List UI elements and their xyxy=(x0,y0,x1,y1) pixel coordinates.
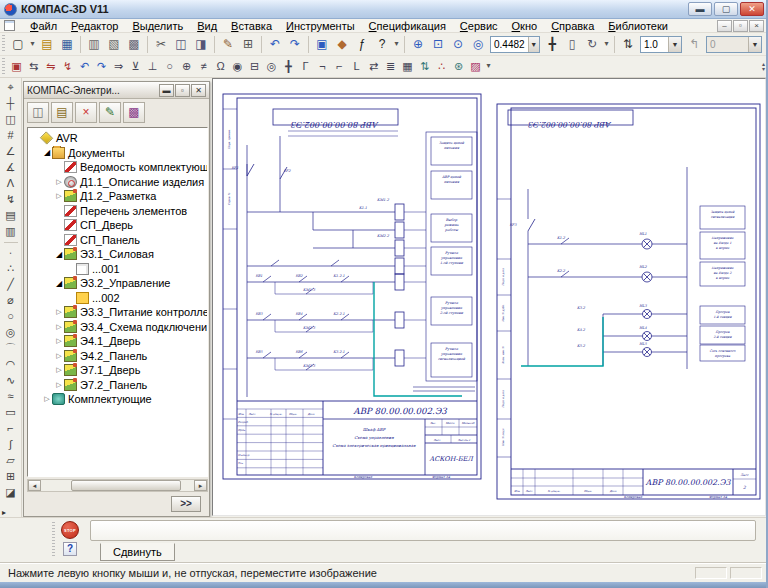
property-help-button[interactable]: ? xyxy=(63,542,77,556)
menu-Спецификация[interactable]: Спецификация xyxy=(362,19,453,33)
component-properties-icon[interactable]: ▣ xyxy=(8,58,25,75)
hatch-icon[interactable]: ▨ xyxy=(467,58,484,75)
menu-Справка[interactable]: Справка xyxy=(544,19,601,33)
overflow-arrow-icon[interactable]: ▾ xyxy=(392,35,401,54)
redo-icon[interactable]: ↷ xyxy=(93,58,110,75)
circle-tool-icon[interactable]: ○ xyxy=(2,309,20,325)
no-connect-icon[interactable]: ≠ xyxy=(195,58,212,75)
pan-icon[interactable]: ╋ xyxy=(542,35,562,54)
insert-wire-icon[interactable]: ⇆ xyxy=(25,58,42,75)
menu-Вид[interactable]: Вид xyxy=(190,19,224,33)
polyline-wire-icon[interactable]: ⌐ xyxy=(331,58,348,75)
spline-tool-icon[interactable]: ∿ xyxy=(2,373,20,389)
toolbar-options-arrows[interactable]: ▴▾ xyxy=(762,62,768,72)
tree-expander-icon[interactable]: ▷ xyxy=(54,308,64,316)
break-icon[interactable]: ⊻ xyxy=(127,58,144,75)
open-folder-icon[interactable]: ▤ xyxy=(51,102,73,123)
parallelogram-tool-icon[interactable]: ▱ xyxy=(2,453,20,469)
cut-icon[interactable]: ✂ xyxy=(151,35,171,54)
tree-expander-icon[interactable]: ▷ xyxy=(54,178,64,186)
tree-expander-icon[interactable]: ▷ xyxy=(54,381,64,389)
tree-item-...001[interactable]: ...001 xyxy=(28,262,207,277)
combo-dropdown-icon[interactable]: ▼ xyxy=(748,37,761,52)
lightning-icon[interactable]: ↯ xyxy=(2,192,20,208)
add-document-icon[interactable]: ◫ xyxy=(27,102,49,123)
insert-cable-icon[interactable]: ⇋ xyxy=(42,58,59,75)
tree-expander-icon[interactable]: ▷ xyxy=(54,323,64,331)
tree-item-Э3.3_Питание-контроллера[interactable]: ▷Э3.3_Питание контроллера xyxy=(28,305,207,320)
panel-close-button[interactable]: ✕ xyxy=(191,84,206,97)
line-tool-icon[interactable]: ╱ xyxy=(2,277,20,293)
cross-wire-icon[interactable]: ╋ xyxy=(280,58,297,75)
tree-item-Ведомость-комплектующих-ПГ[interactable]: Ведомость комплектующих ПГ xyxy=(28,160,207,175)
mdi-restore-button[interactable]: ▫ xyxy=(733,20,748,32)
connector-icon[interactable]: ◎ xyxy=(263,58,280,75)
copy-icon[interactable]: ◫ xyxy=(171,35,191,54)
polyline-tool-icon[interactable]: ⌐ xyxy=(2,421,20,437)
toolbar-expand-arrow[interactable]: ▸ xyxy=(2,508,6,517)
angle-icon[interactable]: ∠ xyxy=(2,144,20,160)
swap-icon[interactable]: ⇄ xyxy=(365,58,382,75)
zoom-in-icon[interactable]: ⊕ xyxy=(408,35,428,54)
points-tool-icon[interactable]: ∴ xyxy=(2,261,20,277)
rectangle-tool-icon[interactable]: ▭ xyxy=(2,405,20,421)
dots-icon[interactable]: ∴ xyxy=(433,58,450,75)
ground-icon[interactable]: ⊥ xyxy=(144,58,161,75)
delete-wire-icon[interactable]: ↯ xyxy=(59,58,76,75)
tree-item-Э7.1_Дверь[interactable]: ▷Э7.1_Дверь xyxy=(28,363,207,378)
tree-expander-icon[interactable]: ▷ xyxy=(54,192,64,200)
tree-item-СП_Дверь[interactable]: СП_Дверь xyxy=(28,218,207,233)
mdi-minimize-button[interactable]: – xyxy=(717,20,732,32)
print-icon[interactable]: ▥ xyxy=(84,35,104,54)
redo-icon[interactable]: ↷ xyxy=(285,35,305,54)
resistor-icon[interactable]: Ω xyxy=(212,58,229,75)
layer-value-combo[interactable]: 0▼ xyxy=(706,36,762,53)
undo-icon[interactable]: ↶ xyxy=(76,58,93,75)
junction-icon[interactable]: ⊕ xyxy=(178,58,195,75)
edit-document-icon[interactable]: ✎ xyxy=(99,102,121,123)
updown-icon[interactable]: ⇅ xyxy=(416,58,433,75)
open-document-icon[interactable]: ▤ xyxy=(37,35,57,54)
new-document-icon[interactable]: ▢ xyxy=(8,35,28,54)
corner-wire-icon[interactable]: ¬ xyxy=(314,58,331,75)
rotate-icon[interactable]: ⊛ xyxy=(450,58,467,75)
menu-Инструменты[interactable]: Инструменты xyxy=(279,19,362,33)
scroll-left-arrow[interactable]: ◂ xyxy=(28,480,41,491)
panel-collapse-button[interactable]: ▬ xyxy=(159,84,174,97)
tree-item-Э3.1_Силовая[interactable]: ◢Э3.1_Силовая xyxy=(28,247,207,262)
table-icon[interactable]: ▦ xyxy=(399,58,416,75)
menu-Сервис[interactable]: Сервис xyxy=(453,19,505,33)
panel-more-button[interactable]: >> xyxy=(171,496,201,512)
menu-Редактор[interactable]: Редактор xyxy=(64,19,125,33)
maximize-button[interactable]: ▢ xyxy=(714,2,738,16)
tree-expander-icon[interactable]: ◢ xyxy=(42,148,52,157)
print-area-icon[interactable]: ▥ xyxy=(2,224,20,240)
snap-icon[interactable]: ◫ xyxy=(2,112,20,128)
refresh-view-icon[interactable]: ▯ xyxy=(562,35,582,54)
tree-item-Документы[interactable]: ◢Документы xyxy=(28,146,207,161)
save-icon[interactable]: ▦ xyxy=(57,35,77,54)
context-help-icon[interactable]: ? xyxy=(372,35,392,54)
tree-expander-icon[interactable]: ▷ xyxy=(54,352,64,360)
fx-icon[interactable]: ƒ xyxy=(352,35,372,54)
panel-icon[interactable]: ▤ xyxy=(2,208,20,224)
pointer-icon[interactable]: ⌖ xyxy=(2,80,20,96)
point-tool-icon[interactable]: ∙ xyxy=(2,245,20,261)
wave-tool-icon[interactable]: ≈ xyxy=(2,389,20,405)
tree-item-Э4.1_Дверь[interactable]: ▷Э4.1_Дверь xyxy=(28,334,207,349)
print-preview-icon[interactable]: ▧ xyxy=(104,35,124,54)
diameter-tool-icon[interactable]: ⌀ xyxy=(2,293,20,309)
paste-icon[interactable]: ◨ xyxy=(191,35,211,54)
transfer-icon[interactable]: ⇒ xyxy=(110,58,127,75)
delete-document-icon[interactable]: × xyxy=(75,102,97,123)
variables-icon[interactable]: ▣ xyxy=(312,35,332,54)
layers-icon[interactable]: ↰ xyxy=(684,35,704,54)
tree-item-AVR[interactable]: AVR xyxy=(28,131,207,146)
combo-dropdown-icon[interactable]: ▼ xyxy=(668,37,681,52)
menu-Вставка[interactable]: Вставка xyxy=(224,19,279,33)
concentric-circle-icon[interactable]: ◎ xyxy=(2,325,20,341)
view-zoom-value-combo[interactable]: 0.4482▼ xyxy=(490,36,540,53)
rebuild-icon[interactable]: ↻ xyxy=(582,35,602,54)
move-icon[interactable]: ┼ xyxy=(2,96,20,112)
tree-horizontal-scrollbar[interactable]: ◂ ▸ xyxy=(27,479,208,492)
